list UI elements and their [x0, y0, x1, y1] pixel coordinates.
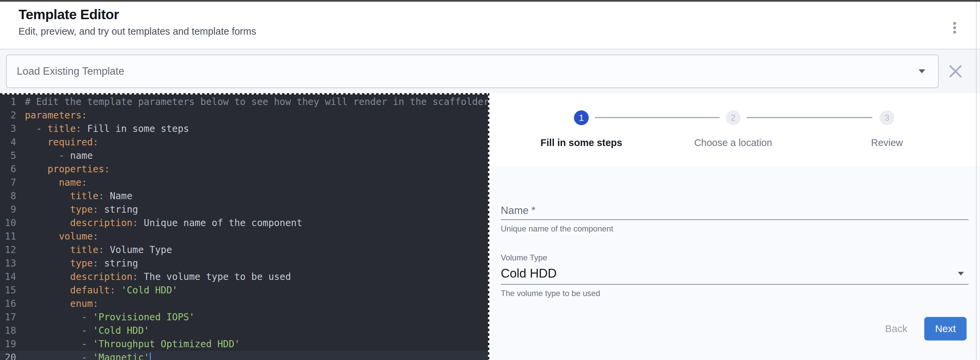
form-footer: Back Next: [501, 317, 969, 341]
dropdown-arrow-icon: [958, 272, 964, 275]
name-field-label: Name *: [501, 205, 969, 217]
code-lines: 1# Edit the template parameters below to…: [0, 95, 489, 360]
code-line-11: 11 volume:: [0, 230, 489, 243]
code-line-8: 8 title: Name: [0, 189, 489, 203]
volume-type-value: Cold HDD: [501, 266, 958, 281]
code-line-15: 15 default: 'Cold HDD': [0, 284, 489, 297]
line-number: 4: [0, 136, 16, 149]
line-number: 16: [0, 297, 16, 310]
code-line-17: 17 - 'Provisioned IOPS': [0, 310, 489, 324]
step-choose-a-location: 2 Choose a location: [673, 110, 794, 148]
volume-type-field: Volume Type Cold HDD The volume type to …: [501, 253, 969, 298]
code-line-5: 5 - name: [0, 149, 489, 163]
code-line-14: 14 description: The volume type to be us…: [0, 270, 489, 284]
code-line-2: 2parameters:: [0, 109, 489, 122]
volume-type-underline: [501, 284, 969, 285]
line-number: 20: [0, 351, 16, 360]
code-line-19: 19 - 'Throughput Optimized HDD': [0, 338, 489, 351]
volume-type-label: Volume Type: [501, 253, 969, 262]
code-line-4: 4 required:: [0, 136, 489, 149]
line-number: 12: [0, 243, 16, 257]
line-number: 19: [0, 338, 16, 351]
step-3-indicator: 3: [880, 110, 894, 125]
text-cursor: [150, 353, 151, 360]
line-number: 15: [0, 284, 16, 297]
code-editor[interactable]: 1# Edit the template parameters below to…: [0, 93, 489, 360]
template-toolbar: Load Existing Template: [0, 50, 980, 93]
line-number: 8: [0, 189, 16, 203]
form-preview-panel: 1 Fill in some steps 2 Choose a location…: [489, 93, 980, 360]
line-number: 3: [0, 122, 16, 136]
line-number: 10: [0, 216, 16, 230]
line-number: 17: [0, 310, 16, 324]
step-1-indicator: 1: [574, 110, 589, 125]
line-number: 13: [0, 257, 16, 270]
step-fill-in-some-steps: 1 Fill in some steps: [521, 110, 642, 148]
code-line-1: 1# Edit the template parameters below to…: [0, 95, 489, 109]
line-number: 7: [0, 176, 16, 189]
step-review: 3 Review: [827, 110, 947, 148]
line-number: 5: [0, 149, 16, 163]
code-line-18: 18 - 'Cold HDD': [0, 324, 489, 338]
chevron-down-icon: [918, 69, 925, 74]
name-field-underline: [501, 219, 969, 220]
step-2-label: Choose a location: [673, 137, 794, 148]
main-split: 1# Edit the template parameters below to…: [0, 93, 980, 360]
close-button[interactable]: [939, 54, 972, 88]
page-subtitle: Edit, preview, and try out templates and…: [19, 26, 980, 37]
step-1-label: Fill in some steps: [521, 137, 642, 148]
volume-type-select[interactable]: Cold HDD: [501, 266, 969, 281]
line-number: 1: [0, 95, 16, 109]
code-line-12: 12 title: Volume Type: [0, 243, 489, 257]
volume-type-helper: The volume type to be used: [501, 289, 969, 298]
load-existing-template-select[interactable]: Load Existing Template: [6, 54, 939, 88]
template-form: Name * Unique name of the component Volu…: [489, 166, 980, 360]
back-button[interactable]: Back: [877, 317, 916, 341]
name-field-helper: Unique name of the component: [501, 224, 969, 234]
code-line-6: 6 properties:: [0, 163, 489, 176]
code-line-20: 20 - 'Magnetic': [0, 351, 489, 360]
name-field: Name * Unique name of the component: [501, 205, 969, 234]
step-3-label: Review: [827, 137, 947, 148]
code-line-13: 13 type: string: [0, 257, 489, 270]
code-line-10: 10 description: Unique name of the compo…: [0, 216, 489, 230]
code-line-3: 3 - title: Fill in some steps: [0, 122, 489, 136]
close-icon: [948, 64, 963, 79]
kebab-icon: [953, 22, 956, 25]
line-number: 14: [0, 270, 16, 284]
next-button[interactable]: Next: [924, 317, 967, 341]
line-number: 18: [0, 324, 16, 338]
code-line-9: 9 type: string: [0, 203, 489, 216]
line-number: 9: [0, 203, 16, 216]
name-input[interactable]: [501, 217, 969, 219]
code-line-16: 16 enum:: [0, 297, 489, 310]
page-title: Template Editor: [19, 6, 980, 22]
code-line-7: 7 name:: [0, 176, 489, 189]
line-number: 2: [0, 109, 16, 122]
line-number: 11: [0, 230, 16, 243]
right-edge-border: [976, 2, 977, 360]
page-header: Template Editor Edit, preview, and try o…: [0, 2, 980, 49]
more-options-button[interactable]: [948, 17, 961, 38]
stepper: 1 Fill in some steps 2 Choose a location…: [489, 93, 980, 166]
line-number: 6: [0, 163, 16, 176]
step-2-indicator: 2: [726, 110, 741, 125]
load-existing-template-label: Load Existing Template: [17, 65, 918, 77]
template-editor-app: Template Editor Edit, preview, and try o…: [0, 0, 980, 360]
